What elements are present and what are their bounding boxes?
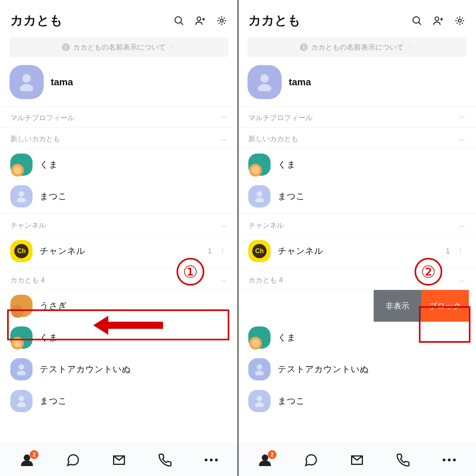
tab-discover[interactable] xyxy=(110,451,128,469)
avatar xyxy=(248,154,271,176)
chevron-right-icon: 〉 xyxy=(409,44,414,51)
list-item[interactable]: まつこ xyxy=(0,180,238,212)
annotation-step-2: ② xyxy=(415,258,442,286)
chevron-right-icon: 〉 xyxy=(221,246,228,256)
profile-name: tama xyxy=(51,77,73,88)
section-new-friends[interactable]: 新しいカカとも ︿ xyxy=(0,128,238,149)
info-icon: i xyxy=(62,43,70,51)
list-item[interactable]: まつこ xyxy=(238,180,476,212)
annotation-highlight-box xyxy=(419,306,470,343)
tab-chat[interactable] xyxy=(64,451,82,469)
annotation-step-1: ① xyxy=(177,258,204,286)
header-actions xyxy=(411,15,466,27)
page-title: カカとも xyxy=(248,12,411,29)
my-profile-row[interactable]: tama xyxy=(238,61,476,107)
badge: 2 xyxy=(30,450,38,459)
page-title: カカとも xyxy=(10,12,173,29)
channel-row[interactable]: Ch チャンネル 1 〉 xyxy=(0,235,238,267)
search-icon[interactable] xyxy=(411,15,423,27)
chevron-right-icon: 〉 xyxy=(171,44,176,51)
info-icon: i xyxy=(300,43,308,51)
notice-banner[interactable]: i カカともの名前表示について 〉 xyxy=(248,37,466,57)
tab-more[interactable] xyxy=(440,451,458,469)
list-item[interactable]: まつこ xyxy=(0,385,238,417)
more-icon xyxy=(443,459,456,461)
more-icon xyxy=(205,459,218,461)
tab-call[interactable] xyxy=(156,451,174,469)
profile-name: tama xyxy=(289,77,311,88)
header-actions xyxy=(173,15,228,27)
avatar xyxy=(248,65,282,99)
search-icon[interactable] xyxy=(173,15,185,27)
swipe-hide-button[interactable]: 非表示 xyxy=(374,290,421,322)
svg-point-13 xyxy=(262,455,268,461)
svg-point-0 xyxy=(175,17,181,23)
gear-icon[interactable] xyxy=(454,15,466,27)
list-item[interactable]: くま xyxy=(238,149,476,180)
tab-friends[interactable]: 2 xyxy=(18,451,36,469)
list-item[interactable]: くま xyxy=(0,149,238,180)
tab-call[interactable] xyxy=(394,451,412,469)
avatar xyxy=(248,185,271,207)
svg-point-5 xyxy=(220,19,223,22)
notice-banner[interactable]: i カカともの名前表示について 〉 xyxy=(10,37,228,57)
chevron-down-icon: ﹀ xyxy=(459,113,466,123)
channel-icon: Ch xyxy=(248,240,271,262)
tab-chat[interactable] xyxy=(302,451,320,469)
chevron-up-icon: ︿ xyxy=(221,221,228,230)
channel-row[interactable]: Ch チャンネル 1 〉 xyxy=(238,235,476,267)
avatar xyxy=(10,65,44,99)
tab-friends[interactable]: 2 xyxy=(256,451,274,469)
banner-text: カカともの名前表示について xyxy=(311,42,404,52)
tab-discover[interactable] xyxy=(348,451,366,469)
add-friend-icon[interactable] xyxy=(194,15,206,27)
avatar xyxy=(10,358,33,380)
screenshot-left: カカとも i カカともの名前表示について 〉 tama マルチプロフィール ﹀ … xyxy=(0,0,238,476)
tab-more[interactable] xyxy=(202,451,220,469)
svg-line-1 xyxy=(181,23,183,25)
svg-point-2 xyxy=(197,17,201,21)
chevron-up-icon: ︿ xyxy=(459,134,466,144)
svg-point-12 xyxy=(458,19,461,22)
my-profile-row[interactable]: tama xyxy=(0,61,238,107)
add-friend-icon[interactable] xyxy=(432,15,444,27)
section-new-friends[interactable]: 新しいカカとも ︿ xyxy=(238,128,476,149)
avatar xyxy=(248,390,271,412)
list-item[interactable]: テストアカウントいぬ xyxy=(0,353,238,385)
chevron-up-icon: ︿ xyxy=(459,275,466,285)
list-item[interactable]: テストアカウントいぬ xyxy=(238,353,476,385)
svg-line-8 xyxy=(419,23,421,25)
section-channel[interactable]: チャンネル ︿ xyxy=(238,214,476,235)
avatar xyxy=(10,185,33,207)
list-item[interactable]: まつこ xyxy=(238,385,476,417)
gear-icon[interactable] xyxy=(216,15,228,27)
tab-bar: 2 xyxy=(238,443,476,476)
screenshot-right: カカとも i カカともの名前表示について 〉 tama マルチプロフィール ﹀ … xyxy=(238,0,476,476)
avatar xyxy=(248,358,271,380)
avatar xyxy=(10,390,33,412)
badge: 2 xyxy=(268,450,276,459)
header: カカとも xyxy=(0,0,238,37)
chevron-up-icon: ︿ xyxy=(221,275,228,285)
section-multi-profile[interactable]: マルチプロフィール ﹀ xyxy=(0,107,238,128)
section-multi-profile[interactable]: マルチプロフィール ﹀ xyxy=(238,107,476,128)
tab-bar: 2 xyxy=(0,443,238,476)
svg-point-6 xyxy=(24,455,30,461)
section-channel[interactable]: チャンネル ︿ xyxy=(0,214,238,235)
avatar xyxy=(10,154,33,176)
svg-point-7 xyxy=(413,17,419,23)
channel-icon: Ch xyxy=(10,240,33,262)
svg-point-9 xyxy=(435,17,439,21)
chevron-right-icon: 〉 xyxy=(459,246,466,256)
header: カカとも xyxy=(238,0,476,37)
pane-divider xyxy=(238,0,238,476)
avatar xyxy=(248,326,271,349)
chevron-up-icon: ︿ xyxy=(221,134,228,144)
chevron-up-icon: ︿ xyxy=(459,221,466,230)
banner-text: カカともの名前表示について xyxy=(73,42,166,52)
chevron-down-icon: ﹀ xyxy=(221,113,228,123)
